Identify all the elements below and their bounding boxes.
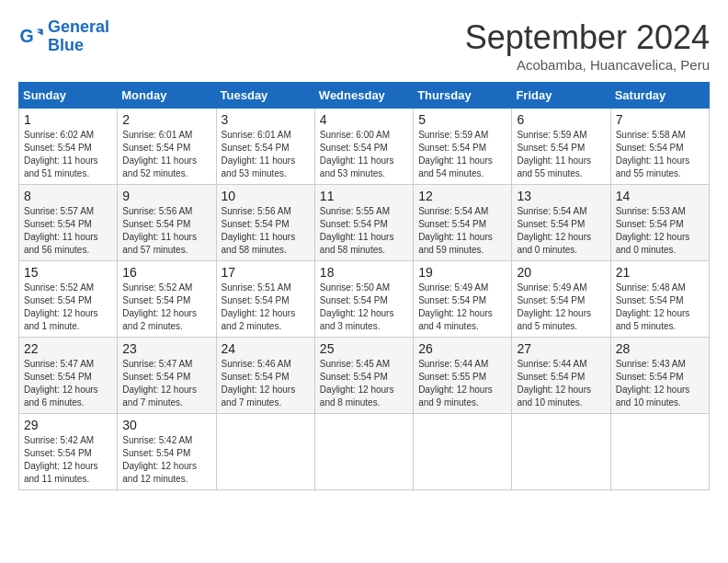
calendar-cell: 13 Sunrise: 5:54 AMSunset: 5:54 PMDaylig… [512,185,610,261]
day-number: 11 [320,189,408,203]
day-number: 15 [24,265,112,280]
calendar-row: 1 Sunrise: 6:02 AMSunset: 5:54 PMDayligh… [19,109,710,185]
calendar-cell: 26 Sunrise: 5:44 AMSunset: 5:55 PMDaylig… [414,338,512,414]
calendar-cell: 11 Sunrise: 5:55 AMSunset: 5:54 PMDaylig… [314,185,413,261]
calendar-cell [216,414,314,490]
day-info: Sunrise: 5:56 AMSunset: 5:54 PMDaylight:… [222,206,296,255]
page-header: G General Blue September 2024 Acobamba, … [18,18,710,73]
logo-line2: Blue [48,36,84,54]
day-number: 7 [616,112,704,127]
calendar-cell: 29 Sunrise: 5:42 AMSunset: 5:54 PMDaylig… [19,414,118,490]
day-number: 8 [24,189,112,203]
header-friday: Friday [512,83,610,109]
month-title: September 2024 [465,18,710,57]
day-info: Sunrise: 5:44 AMSunset: 5:55 PMDaylight:… [418,359,493,408]
calendar-cell: 10 Sunrise: 5:56 AMSunset: 5:54 PMDaylig… [216,185,314,261]
calendar-cell: 3 Sunrise: 6:01 AMSunset: 5:54 PMDayligh… [216,109,314,185]
logo-text: General Blue [48,18,109,55]
day-number: 19 [418,265,506,280]
calendar-row: 22 Sunrise: 5:47 AMSunset: 5:54 PMDaylig… [19,338,710,414]
calendar-cell: 15 Sunrise: 5:52 AMSunset: 5:54 PMDaylig… [19,261,118,338]
day-number: 23 [122,341,210,356]
calendar-cell: 27 Sunrise: 5:44 AMSunset: 5:54 PMDaylig… [512,338,610,414]
logo-line1: General [48,17,109,36]
day-number: 9 [122,189,210,203]
day-info: Sunrise: 5:48 AMSunset: 5:54 PMDaylight:… [616,282,690,331]
header-thursday: Thursday [414,83,512,109]
calendar-cell: 2 Sunrise: 6:01 AMSunset: 5:54 PMDayligh… [118,109,216,185]
day-number: 2 [122,112,210,127]
day-info: Sunrise: 5:55 AMSunset: 5:54 PMDaylight:… [320,206,394,255]
calendar-cell: 18 Sunrise: 5:50 AMSunset: 5:54 PMDaylig… [314,261,413,338]
header-saturday: Saturday [610,83,709,109]
day-number: 27 [517,341,605,356]
logo: G General Blue [18,18,109,55]
day-number: 29 [24,418,112,432]
calendar-cell: 19 Sunrise: 5:49 AMSunset: 5:54 PMDaylig… [414,261,512,338]
calendar-row: 29 Sunrise: 5:42 AMSunset: 5:54 PMDaylig… [19,414,710,490]
day-info: Sunrise: 5:46 AMSunset: 5:54 PMDaylight:… [222,359,296,408]
calendar-cell: 16 Sunrise: 5:52 AMSunset: 5:54 PMDaylig… [118,261,216,338]
location-subtitle: Acobamba, Huancavelica, Peru [465,57,710,73]
calendar-cell [512,414,610,490]
day-number: 3 [222,112,310,127]
header-monday: Monday [118,83,216,109]
calendar-cell: 22 Sunrise: 5:47 AMSunset: 5:54 PMDaylig… [19,338,118,414]
calendar-cell: 21 Sunrise: 5:48 AMSunset: 5:54 PMDaylig… [610,261,709,338]
day-number: 1 [24,112,112,127]
calendar-cell: 23 Sunrise: 5:47 AMSunset: 5:54 PMDaylig… [118,338,216,414]
day-number: 25 [320,341,408,356]
day-number: 22 [24,341,112,356]
header-tuesday: Tuesday [216,83,314,109]
svg-marker-2 [37,31,43,35]
calendar-table: SundayMondayTuesdayWednesdayThursdayFrid… [18,82,710,490]
day-info: Sunrise: 5:50 AMSunset: 5:54 PMDaylight:… [320,282,394,331]
day-number: 24 [222,341,310,356]
day-number: 6 [517,112,605,127]
calendar-cell: 28 Sunrise: 5:43 AMSunset: 5:54 PMDaylig… [610,338,709,414]
calendar-cell: 1 Sunrise: 6:02 AMSunset: 5:54 PMDayligh… [19,109,118,185]
day-info: Sunrise: 5:47 AMSunset: 5:54 PMDaylight:… [122,359,197,408]
calendar-row: 15 Sunrise: 5:52 AMSunset: 5:54 PMDaylig… [19,261,710,338]
day-info: Sunrise: 6:01 AMSunset: 5:54 PMDaylight:… [122,130,197,178]
calendar-cell: 7 Sunrise: 5:58 AMSunset: 5:54 PMDayligh… [610,109,709,185]
day-info: Sunrise: 5:59 AMSunset: 5:54 PMDaylight:… [517,130,591,178]
day-number: 17 [222,265,310,280]
header-wednesday: Wednesday [314,83,413,109]
day-info: Sunrise: 5:43 AMSunset: 5:54 PMDaylight:… [616,359,690,408]
svg-text:G: G [19,25,33,45]
day-info: Sunrise: 5:49 AMSunset: 5:54 PMDaylight:… [517,282,591,331]
calendar-cell: 25 Sunrise: 5:45 AMSunset: 5:54 PMDaylig… [314,338,413,414]
logo-icon: G [18,24,44,50]
calendar-cell: 17 Sunrise: 5:51 AMSunset: 5:54 PMDaylig… [216,261,314,338]
day-info: Sunrise: 5:59 AMSunset: 5:54 PMDaylight:… [418,130,493,178]
day-number: 10 [222,189,310,203]
calendar-cell: 24 Sunrise: 5:46 AMSunset: 5:54 PMDaylig… [216,338,314,414]
day-number: 14 [616,189,704,203]
calendar-cell: 5 Sunrise: 5:59 AMSunset: 5:54 PMDayligh… [414,109,512,185]
day-info: Sunrise: 6:00 AMSunset: 5:54 PMDaylight:… [320,130,394,178]
calendar-cell: 20 Sunrise: 5:49 AMSunset: 5:54 PMDaylig… [512,261,610,338]
day-info: Sunrise: 5:58 AMSunset: 5:54 PMDaylight:… [616,130,690,178]
day-number: 20 [517,265,605,280]
day-number: 13 [517,189,605,203]
day-info: Sunrise: 6:02 AMSunset: 5:54 PMDaylight:… [24,130,98,178]
day-info: Sunrise: 5:52 AMSunset: 5:54 PMDaylight:… [24,282,98,331]
calendar-cell: 9 Sunrise: 5:56 AMSunset: 5:54 PMDayligh… [118,185,216,261]
calendar-header-row: SundayMondayTuesdayWednesdayThursdayFrid… [19,83,710,109]
calendar-cell: 8 Sunrise: 5:57 AMSunset: 5:54 PMDayligh… [19,185,118,261]
day-info: Sunrise: 5:53 AMSunset: 5:54 PMDaylight:… [616,206,690,255]
calendar-cell: 6 Sunrise: 5:59 AMSunset: 5:54 PMDayligh… [512,109,610,185]
day-number: 26 [418,341,506,356]
day-number: 12 [418,189,506,203]
day-info: Sunrise: 5:52 AMSunset: 5:54 PMDaylight:… [122,282,197,331]
day-number: 28 [616,341,704,356]
calendar-cell: 12 Sunrise: 5:54 AMSunset: 5:54 PMDaylig… [414,185,512,261]
calendar-row: 8 Sunrise: 5:57 AMSunset: 5:54 PMDayligh… [19,185,710,261]
day-info: Sunrise: 5:42 AMSunset: 5:54 PMDaylight:… [122,435,197,484]
calendar-cell [414,414,512,490]
day-info: Sunrise: 5:45 AMSunset: 5:54 PMDaylight:… [320,359,394,408]
calendar-cell [610,414,709,490]
calendar-cell [314,414,413,490]
day-number: 5 [418,112,506,127]
